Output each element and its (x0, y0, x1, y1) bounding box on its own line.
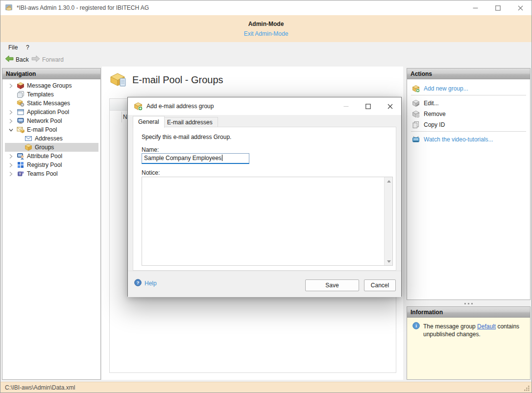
menu-file[interactable]: File (8, 44, 18, 51)
svg-text:i: i (415, 323, 417, 328)
sidebar-item-label: Teams Pool (27, 170, 58, 177)
copy-id-icon (412, 121, 420, 129)
info-icon: i (412, 322, 420, 329)
actions-divider (411, 95, 526, 95)
sidebar-item-label: Templates (27, 91, 54, 98)
maximize-icon[interactable] (486, 0, 509, 15)
admin-mode-title: Admin-Mode (0, 21, 532, 27)
sidebar-item-teams-pool[interactable]: T Teams Pool (2, 169, 100, 178)
sidebar-item-label: Addresses (35, 135, 63, 142)
name-field-label: Name: (142, 146, 159, 153)
chevron-right-icon[interactable] (9, 171, 13, 177)
scroll-down-icon[interactable] (385, 257, 393, 265)
add-email-group-dialog: Add e-mail address group General E-mail … (127, 97, 402, 297)
sidebar-item-label: Static Messages (27, 100, 70, 107)
close-icon[interactable] (509, 0, 532, 15)
email-pool-groups-icon (109, 71, 128, 88)
chevron-right-icon[interactable] (9, 118, 13, 124)
registry-pool-icon (17, 161, 24, 169)
sidebar-item-registry-pool[interactable]: Registry Pool (2, 161, 100, 169)
information-message: The message group Default contains unpub… (423, 323, 526, 338)
page-title: E-mail Pool - Groups (132, 74, 223, 86)
forward-button[interactable]: Forward (30, 54, 65, 65)
dialog-title: Add e-mail address group (146, 103, 214, 110)
sidebar-item-label: Attribute Pool (27, 153, 62, 160)
sidebar-item-groups[interactable]: Groups (2, 143, 100, 152)
status-bar: C:\IBI-aws\Admin\Data.xml (0, 382, 532, 393)
textarea-scrollbar[interactable] (384, 177, 392, 265)
dialog-description: Specify this e-mail address Group. (142, 134, 231, 140)
remove-group-icon (412, 110, 420, 118)
help-link[interactable]: ? Help (134, 279, 157, 288)
sidebar-item-static-messages[interactable]: Static Messages (2, 99, 100, 108)
teams-pool-icon: T (17, 170, 24, 178)
information-panel-header: Information (407, 307, 530, 318)
notice-textarea[interactable] (142, 177, 393, 266)
notice-field-label: Notice: (142, 169, 160, 176)
forward-label: Forward (42, 56, 64, 63)
svg-text:?: ? (137, 280, 140, 285)
panel-splitter-handle[interactable] (407, 301, 531, 306)
chevron-right-icon[interactable] (9, 154, 13, 159)
minimize-icon[interactable] (464, 0, 486, 15)
menu-help[interactable]: ? (26, 44, 29, 51)
static-messages-icon (17, 99, 24, 107)
text-caret (222, 155, 222, 161)
dialog-maximize-icon[interactable] (357, 97, 379, 115)
help-icon: ? (134, 279, 142, 288)
dialog-close-icon[interactable] (379, 97, 401, 115)
edit-action[interactable]: Edit... (407, 98, 530, 109)
chevron-right-icon[interactable] (9, 110, 13, 115)
app-window: *IBI-aws Admin 1.30.0 - registered for I… (0, 0, 532, 393)
name-column-header[interactable]: N (123, 114, 127, 120)
exit-admin-mode-link[interactable]: Exit Admin-Mode (0, 30, 532, 37)
remove-action[interactable]: Remove (407, 109, 530, 119)
svg-text:T: T (19, 172, 21, 176)
tab-email-addresses[interactable]: E-mail addresses (162, 117, 218, 127)
tab-general[interactable]: General (133, 116, 165, 128)
sidebar-item-addresses[interactable]: Addresses (2, 134, 100, 143)
sidebar-item-message-groups[interactable]: Message Groups (2, 81, 100, 90)
edit-group-icon (412, 99, 420, 107)
save-button[interactable]: Save (305, 279, 359, 291)
default-group-link[interactable]: Default (477, 323, 496, 330)
sidebar-item-email-pool[interactable]: E-mail Pool (2, 125, 100, 134)
actions-panel: Actions Add new group... Edit... Remove … (407, 68, 531, 300)
back-arrow-icon (5, 55, 14, 64)
dialog-title-bar: Add e-mail address group (128, 97, 401, 115)
sidebar-item-templates[interactable]: Templates (2, 90, 100, 99)
menu-bar: File ? (0, 42, 532, 53)
add-new-group-action[interactable]: Add new group... (407, 83, 530, 94)
back-button[interactable]: Back (3, 54, 30, 65)
title-bar: *IBI-aws Admin 1.30.0 - registered for I… (0, 0, 532, 15)
scroll-up-icon[interactable] (385, 177, 393, 185)
sidebar-item-network-pool[interactable]: Network Pool (2, 116, 100, 125)
network-pool-icon (17, 117, 24, 125)
copy-id-action[interactable]: Copy ID (407, 119, 530, 130)
chevron-right-icon[interactable] (9, 162, 13, 168)
dialog-footer: ? Help Save Cancel (128, 271, 401, 297)
chevron-right-icon[interactable] (9, 83, 13, 89)
sidebar-item-label: Application Pool (27, 109, 69, 116)
video-tutorials-action[interactable]: Watch the video-tutorials... (407, 134, 530, 145)
resize-grip-icon[interactable] (524, 385, 530, 392)
general-tab-page: Specify this e-mail address Group. Name:… (133, 127, 396, 271)
name-input[interactable]: Sample Company Employees (142, 153, 249, 164)
chevron-down-icon[interactable] (9, 127, 13, 133)
dialog-minimize-icon[interactable] (335, 97, 357, 115)
sidebar-item-label: Registry Pool (27, 162, 62, 168)
email-pool-icon (17, 126, 24, 134)
forward-arrow-icon (31, 55, 40, 64)
add-group-icon (412, 85, 420, 92)
navigation-toolbar: Back Forward (0, 53, 532, 66)
add-group-icon (134, 102, 143, 111)
actions-panel-header: Actions (407, 69, 530, 79)
sidebar-item-attribute-pool[interactable]: Attribute Pool (2, 152, 100, 161)
back-label: Back (16, 56, 29, 63)
cancel-button[interactable]: Cancel (364, 279, 396, 291)
sidebar-item-application-pool[interactable]: Application Pool (2, 108, 100, 116)
video-tutorials-icon (412, 136, 420, 143)
addresses-icon (24, 135, 32, 142)
sidebar-item-label: E-mail Pool (27, 126, 57, 133)
information-body: i The message group Default contains unp… (407, 318, 530, 379)
